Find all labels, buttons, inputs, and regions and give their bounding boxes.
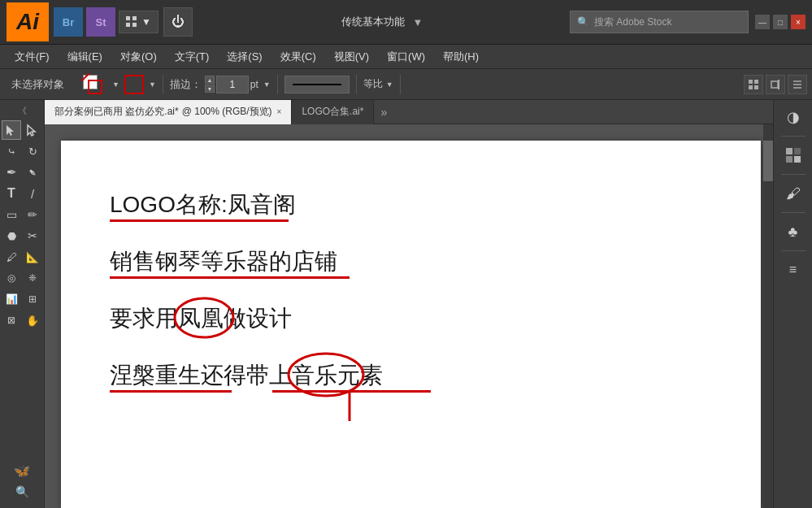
canvas-content: LOGO名称:凤音阁 销售钢琴等乐器的店铺 要求用凤凰做设计 (61, 141, 761, 407)
stroke-up-button[interactable]: ▲ (205, 76, 215, 84)
artboard-tool-button[interactable]: ⊞ (23, 289, 42, 309)
align-options-button[interactable] (788, 75, 807, 94)
zoom-tool-button[interactable]: 🔍 (6, 482, 38, 501)
curvature-icon: ✒ (25, 165, 40, 180)
weight-dropdown-arrow[interactable]: ▼ (263, 80, 271, 89)
stroke-down (345, 393, 370, 425)
right-separator-1 (781, 136, 805, 137)
slice-tool-button[interactable]: ⊠ (2, 310, 21, 330)
align-right-panel-button[interactable] (766, 75, 785, 94)
close-button[interactable]: × (791, 15, 805, 29)
search-bar[interactable]: 🔍 搜索 Adobe Stock (570, 11, 749, 33)
stroke-down-button[interactable]: ▼ (205, 85, 215, 93)
fill-dropdown-arrow[interactable]: ▼ (112, 80, 119, 89)
puppet-warp-button[interactable]: 🦋 (6, 461, 38, 480)
type-tool-button[interactable]: T (2, 184, 21, 203)
scissors-tool-button[interactable]: ✂ (23, 226, 42, 245)
scroll-thumb-v[interactable] (763, 141, 773, 181)
stroke-diagonal-icon (81, 73, 89, 81)
stroke-weight-unit: pt (250, 79, 258, 90)
proportional-label: 等比 (363, 77, 383, 91)
separator-1 (163, 75, 163, 94)
graph-tool-button[interactable]: 📊 (2, 289, 21, 309)
stroke-weight-value[interactable]: 1 (216, 76, 249, 93)
artboard-icon: ⊞ (28, 293, 37, 305)
text-content-2: 销售钢琴等乐器的店铺 (110, 249, 337, 274)
svg-rect-18 (794, 156, 801, 163)
svg-rect-16 (794, 148, 801, 154)
power-button[interactable]: ⏻ (163, 7, 193, 37)
arrange-icon: ▼ (141, 16, 151, 28)
line-tool-button[interactable]: / (23, 184, 42, 203)
stroke-style-preview[interactable] (284, 76, 350, 93)
stroke-dropdown-arrow[interactable]: ▼ (149, 80, 156, 89)
curvature-tool-button[interactable]: ✒ (23, 163, 42, 182)
window-controls: — □ × (755, 15, 805, 29)
menu-view[interactable]: 视图(V) (326, 46, 377, 67)
toolbar-collapse-button[interactable]: 《 (0, 103, 44, 119)
type-icon: T (7, 186, 15, 201)
pen-tool-button[interactable]: ✒ (2, 163, 21, 182)
proportional-dropdown-arrow[interactable]: ▼ (386, 80, 393, 89)
canvas-wrapper[interactable]: LOGO名称:凤音阁 销售钢琴等乐器的店铺 要求用凤凰做设计 (45, 124, 773, 508)
warp-tool-button[interactable]: ⤷ (2, 141, 21, 161)
symbol-tool-button[interactable]: ❈ (23, 268, 42, 288)
list-panel-button[interactable]: ≡ (779, 256, 807, 284)
eyedropper-tool-button[interactable]: 🖊 (2, 247, 21, 267)
arrange-workspace-button[interactable]: ▼ (119, 11, 158, 33)
minimize-button[interactable]: — (755, 15, 770, 29)
measure-tool-button[interactable]: 📐 (23, 247, 42, 267)
maximize-button[interactable]: □ (773, 15, 788, 29)
pencil-tool-button[interactable]: ✏ (23, 205, 42, 224)
separator-4 (400, 75, 401, 94)
underline-2 (110, 276, 350, 279)
workspace-dropdown-icon[interactable]: ▼ (413, 16, 423, 28)
color-icon: ◑ (787, 108, 800, 126)
menu-window[interactable]: 窗口(W) (379, 46, 433, 67)
right-separator-2 (781, 174, 805, 175)
control-toolbar: 未选择对象 ▼ ▼ 描边： ▲ ▼ 1 pt ▼ 等比 ▼ (0, 69, 812, 100)
direct-selection-tool-button[interactable] (23, 120, 42, 140)
symbols-panel-button[interactable]: ♣ (779, 218, 807, 245)
eyedropper-icon: 🖊 (7, 251, 17, 263)
main-area: 《 ⤷ ↻ ✒ ✒ (0, 100, 812, 508)
stroke-color-box[interactable] (124, 75, 144, 94)
stroke-spinners[interactable]: ▲ ▼ (205, 76, 215, 93)
align-right-icon (770, 79, 781, 90)
menu-select[interactable]: 选择(S) (219, 46, 270, 67)
tab-subtitle-1: @ 100% (RGB/预览) (182, 105, 272, 119)
menu-edit[interactable]: 编辑(E) (59, 46, 111, 67)
brushes-panel-button[interactable]: 🖌 (779, 180, 807, 207)
tab-expand-button[interactable]: » (374, 106, 393, 119)
warp-icon: ⤷ (7, 145, 16, 158)
scissors-tools-row: ⬣ ✂ (2, 226, 42, 245)
reshape-tool-button[interactable]: ↻ (23, 141, 42, 161)
ai-logo-text: Ai (16, 9, 39, 35)
menu-file[interactable]: 文件(F) (7, 46, 58, 67)
scrollbar-v[interactable] (763, 124, 773, 508)
graph-tools-row: 📊 ⊞ (2, 289, 42, 309)
menu-effect[interactable]: 效果(C) (272, 46, 324, 67)
bridge-icon[interactable]: Br (54, 7, 83, 37)
swatches-panel-button[interactable] (779, 141, 807, 169)
selection-tool-button[interactable] (2, 120, 21, 140)
align-grid-button[interactable] (744, 75, 763, 94)
selection-tools-row (2, 120, 42, 140)
menu-type[interactable]: 文字(T) (167, 46, 218, 67)
tab-close-button-1[interactable]: × (277, 107, 282, 116)
stroke-weight-control[interactable]: ▲ ▼ 1 pt (205, 76, 258, 93)
fill-stroke-selector[interactable] (81, 73, 109, 96)
hand-tool-button[interactable]: ✋ (23, 310, 42, 330)
zoom-icon: 🔍 (15, 485, 29, 498)
blend-tool-button[interactable]: ◎ (2, 268, 21, 288)
menu-object[interactable]: 对象(O) (112, 46, 165, 67)
stock-icon[interactable]: St (86, 7, 115, 37)
tab-2[interactable]: LOGO合集.ai* (292, 100, 374, 124)
slice-tools-row: ⊠ ✋ (2, 310, 42, 330)
color-panel-button[interactable]: ◑ (779, 103, 807, 131)
menu-help[interactable]: 帮助(H) (435, 46, 487, 67)
svg-marker-10 (7, 125, 14, 136)
rect-tool-button[interactable]: ▭ (2, 205, 21, 224)
tab-active[interactable]: 部分案例已商用 盗仿必究.ai* @ 100% (RGB/预览) × (45, 100, 292, 124)
paint-bucket-tool-button[interactable]: ⬣ (2, 226, 21, 245)
